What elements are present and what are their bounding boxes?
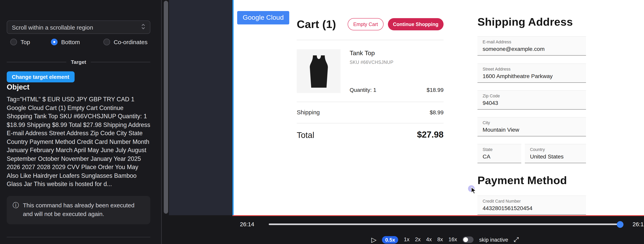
element-highlight-line: [232, 0, 234, 215]
item-quantity: Quantity: 1: [350, 87, 376, 93]
replayed-page: Cart (1) Empty Cart Continue Shopping Ta…: [234, 0, 644, 215]
executed-notice: ⓘ This command has already been executed…: [7, 196, 150, 224]
cart-title: Cart (1): [297, 18, 336, 31]
item-sku: SKU #66VCHSJNUP: [350, 60, 394, 65]
total-label: Total: [297, 130, 314, 140]
end-time: 26:15: [632, 221, 644, 228]
app-root: Scroll within a scrollable region Top Bo…: [0, 0, 644, 244]
field-label: Country: [530, 147, 581, 152]
toggle-knob: [463, 237, 468, 242]
field-label: State: [482, 147, 516, 152]
action-select-value: Scroll within a scrollable region: [12, 24, 141, 30]
shipping-label: Shipping: [297, 109, 320, 115]
fullscreen-button[interactable]: ⤢: [514, 237, 519, 243]
shipping-address-title: Shipping Address: [478, 16, 573, 28]
street-address-field[interactable]: Street Address 1600 Amphitheatre Parkway: [478, 63, 586, 83]
highlight-label-badge: Google Cloud: [237, 11, 289, 24]
email-field[interactable]: E-mail Address someone@example.com: [478, 36, 586, 56]
change-target-button[interactable]: Change target element: [7, 71, 74, 82]
panel-divider: [7, 237, 150, 237]
radio-coordinates[interactable]: Co-ordinates: [104, 39, 148, 45]
field-value: someone@example.com: [482, 46, 581, 52]
field-value: CA: [482, 153, 516, 160]
speed-8x-button[interactable]: 8x: [437, 237, 443, 243]
item-name: Tank Top: [350, 50, 375, 57]
item-price: $18.99: [426, 87, 444, 93]
cart-header-divider: [297, 40, 444, 40]
field-label: Zip Code: [482, 93, 581, 98]
shipping-divider: [297, 123, 444, 123]
viewport-boundary-line: [232, 215, 644, 216]
skip-inactive-label: skip inactive: [479, 237, 508, 243]
speed-16x-button[interactable]: 16x: [448, 237, 457, 243]
play-button[interactable]: ▷: [371, 236, 376, 243]
field-label: Street Address: [482, 67, 581, 71]
radio-label: Top: [20, 39, 30, 45]
speed-4x-button[interactable]: 4x: [426, 237, 432, 243]
object-dom-text: Tag="HTML" $ EUR USD JPY GBP TRY CAD 1 G…: [7, 95, 150, 188]
field-label: E-mail Address: [482, 39, 581, 44]
action-select[interactable]: Scroll within a scrollable region: [7, 20, 150, 34]
radio-circle-icon: [10, 39, 17, 45]
scroll-position-radios: Top Bottom Co-ordinates: [7, 39, 150, 47]
vertical-scrollbar[interactable]: [164, 1, 168, 214]
target-section-divider: Target: [7, 59, 150, 65]
country-field[interactable]: Country United States: [525, 144, 586, 163]
field-value: 1600 Amphitheatre Parkway: [482, 73, 581, 79]
info-icon: ⓘ: [13, 201, 19, 219]
current-time: 26:14: [240, 221, 254, 228]
field-value: United States: [530, 153, 581, 160]
state-field[interactable]: State CA: [478, 144, 521, 163]
object-heading: Object: [7, 83, 30, 91]
continue-shopping-button[interactable]: Continue Shopping: [388, 18, 444, 30]
executed-notice-text: This command has already been executed a…: [23, 201, 144, 219]
cart-actions: Empty Cart Continue Shopping: [348, 18, 444, 30]
radio-selected-icon: [51, 39, 58, 45]
tank-top-image: [297, 49, 340, 93]
speed-05x-button[interactable]: 0.5x: [382, 236, 398, 244]
shipping-price: $8.99: [430, 109, 444, 115]
skip-inactive-toggle[interactable]: [462, 237, 474, 243]
viewport-gutter: [169, 0, 232, 215]
credit-card-field[interactable]: Credit Card Number 4432801561520454: [478, 196, 586, 215]
divider-line: [91, 62, 150, 62]
speed-1x-button[interactable]: 1x: [404, 237, 410, 243]
speed-2x-button[interactable]: 2x: [415, 237, 421, 243]
tank-top-illustration: [301, 52, 336, 90]
field-label: City: [482, 120, 581, 125]
select-chevrons-icon: [141, 24, 145, 31]
city-field[interactable]: City Mountain View: [478, 117, 586, 136]
radio-top[interactable]: Top: [10, 39, 30, 45]
radio-label: Co-ordinates: [114, 39, 148, 45]
field-label: Credit Card Number: [482, 199, 581, 203]
zip-code-field[interactable]: Zip Code 94043: [478, 90, 586, 110]
mouse-cursor-icon: [471, 187, 478, 196]
target-divider-label: Target: [71, 59, 86, 65]
panel-resizer[interactable]: [161, 0, 162, 244]
field-value: Mountain View: [482, 127, 581, 133]
seek-thumb[interactable]: [617, 221, 624, 228]
radio-bottom[interactable]: Bottom: [51, 39, 80, 45]
payment-method-title: Payment Method: [478, 174, 567, 187]
radio-circle-icon: [104, 39, 110, 45]
inspector-panel: Scroll within a scrollable region Top Bo…: [0, 0, 160, 244]
cart-item-divider: [297, 102, 444, 102]
field-value: 94043: [482, 100, 581, 106]
divider-line: [7, 62, 66, 62]
seek-bar[interactable]: [269, 224, 622, 225]
player-controls: ▷ 0.5x 1x 2x 4x 8x 16x skip inactive ⤢: [371, 235, 519, 244]
empty-cart-button[interactable]: Empty Cart: [348, 18, 383, 30]
field-value: 4432801561520454: [482, 205, 581, 211]
total-price: $27.98: [417, 130, 444, 140]
radio-label: Bottom: [61, 39, 80, 45]
